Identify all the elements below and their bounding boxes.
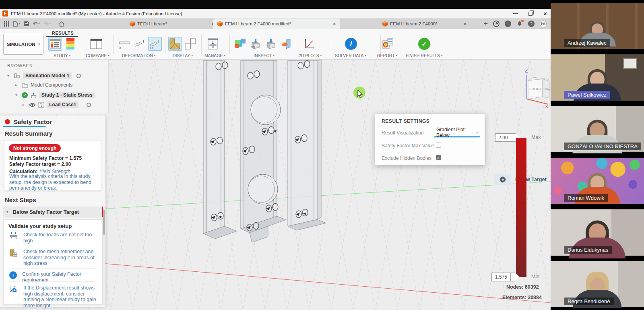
participant-tile[interactable]: GONZALO VALIÑO RIESTRA [551, 103, 644, 155]
display-grid-icon[interactable] [184, 37, 197, 51]
finish-results-icon[interactable]: ✓ [417, 37, 431, 51]
eye-icon[interactable] [29, 103, 36, 107]
next-step-nonlinear[interactable]: If the Displacement result shows high di… [9, 285, 97, 308]
user-avatar[interactable]: PS [540, 21, 547, 27]
inspect-probe-icon[interactable] [264, 37, 278, 51]
compare-icon[interactable] [89, 37, 103, 51]
tree-item-study1[interactable]: ▾ ✓ Study 1 - Static Stress [15, 92, 95, 98]
study-legend-icon[interactable] [64, 37, 77, 51]
dialog-title: RESULT SETTINGS [382, 118, 429, 124]
visibility-radio-icon[interactable] [76, 74, 81, 78]
top-letterbox [0, 0, 551, 9]
save-icon[interactable] [24, 21, 29, 26]
inspect-point-xyz-icon[interactable]: xyz [249, 37, 262, 51]
tab-tedi-h-beam[interactable]: TEDI H beam* ✕ [126, 19, 219, 29]
max-value-label: Safety Factor Max Value [382, 143, 434, 149]
group-report[interactable]: REPORT▾ [377, 53, 397, 58]
next-step-mesh[interactable]: Check the mesh refinement and consider i… [9, 249, 97, 267]
app-grid-icon[interactable] [4, 21, 9, 27]
recent-clock-icon[interactable] [505, 21, 511, 27]
study-results-icon[interactable] [48, 37, 62, 51]
window-title: FEM H beam 2 F4000 modified* (My center)… [11, 11, 182, 16]
below-target-section-header[interactable]: ▾ Below Safety Factor Target [3, 207, 105, 217]
legend-min-value[interactable]: 1.575 [491, 273, 511, 281]
job-status-icon[interactable] [493, 21, 500, 27]
home-icon[interactable] [59, 21, 64, 27]
notifications-bell-icon[interactable] [516, 21, 523, 27]
minimize-icon[interactable] [513, 13, 518, 14]
visibility-radio-icon[interactable] [87, 103, 91, 107]
participant-tile[interactable]: Darius Eidukynas [551, 207, 644, 258]
group-display[interactable]: DISPLAY▾ [173, 53, 193, 58]
validate-heading: Validate your study setup [8, 223, 72, 229]
deformation-undeformed-icon[interactable]: 0 [118, 37, 131, 51]
inspect-slice-plane-icon[interactable] [279, 37, 293, 51]
next-step-loads[interactable]: Check the loads are not set too high [9, 232, 97, 244]
participant-name: Darius Eidukynas [564, 246, 612, 254]
group-compare[interactable]: COMPARE▾ [86, 53, 109, 58]
chevron-right-icon[interactable]: ▸ [23, 103, 27, 107]
participant-tile[interactable]: Andrzej Kawalec [551, 0, 644, 52]
legend-settings-button[interactable] [494, 174, 511, 185]
svg-text:X: X [545, 104, 548, 108]
group-inspect[interactable]: INSPECT▾ [254, 53, 275, 58]
close-tab-icon[interactable]: ✕ [333, 22, 336, 26]
group-deformation[interactable]: DEFORMATION▾ [122, 53, 155, 58]
ribbon-tab-results[interactable]: RESULTS [52, 31, 74, 35]
workspace-selector[interactable]: SIMULATION ▾ [3, 34, 43, 55]
tree-item-load-case[interactable]: ▸ Load Case1 [23, 101, 91, 108]
view-cube[interactable]: Z X FRONT RIGHT [508, 63, 551, 108]
caret-down-icon: ▾ [38, 22, 40, 25]
tab-fem-h-beam[interactable]: FEM H beam 2 F4000* ✕ [378, 19, 471, 29]
inspect-result-details-icon[interactable] [233, 37, 247, 51]
new-tab-icon[interactable]: + [484, 20, 488, 28]
fusion-document-icon [382, 21, 388, 27]
svg-text:FRONT: FRONT [529, 87, 542, 91]
chevron-down-icon[interactable]: ▾ [15, 93, 19, 97]
chevron-right-icon[interactable]: ▸ [15, 83, 19, 87]
panel-scrollbar[interactable] [103, 207, 105, 305]
new-file-icon[interactable]: ▾ [13, 21, 20, 27]
close-icon[interactable]: ✕ [543, 11, 547, 17]
2d-plots-icon[interactable] [303, 37, 316, 51]
report-icon[interactable] [381, 37, 394, 51]
tree-item-model-components[interactable]: ▸ Model Components [15, 82, 72, 88]
manage-icon[interactable] [206, 37, 220, 51]
participant-tile[interactable]: Paweł Sułkowicz [551, 52, 644, 103]
solver-data-icon[interactable]: i [344, 37, 358, 51]
svg-text:Z: Z [525, 68, 528, 74]
tree-item-simulation-model[interactable]: ▾ Simulation Model 1 [7, 72, 81, 79]
cursor-highlight [353, 87, 365, 99]
group-study[interactable]: STUDY▾ [54, 53, 70, 58]
deformation-actual-icon[interactable]: I [133, 37, 147, 51]
h-beam-model[interactable] [173, 60, 358, 253]
static-stress-icon [30, 92, 37, 98]
fusion-app-icon: F [2, 10, 8, 17]
deformation-scaled-icon[interactable]: I 1X [148, 37, 162, 51]
caret-down-icon: ▾ [476, 131, 478, 134]
group-2d-plots[interactable]: 2D PLOTS▾ [299, 53, 322, 58]
participant-tile[interactable]: Roman Wdowik [551, 155, 644, 207]
scrollbar-thumb[interactable] [103, 210, 105, 235]
mesh-refinement-icon [9, 249, 18, 258]
min-safety-factor: Minimum Safety Factor = 1.575 [9, 155, 82, 161]
visualization-dropdown[interactable]: Gradient Plot: Below ▾ [434, 128, 480, 137]
undo-icon[interactable]: ↶ ▾ [33, 21, 40, 27]
tab-bar: ▾ ↶ ▾ ↷ ▾ TEDI H beam* ✕ FEM H beam [0, 19, 551, 29]
restore-icon[interactable] [528, 12, 533, 16]
svg-text:I: I [158, 39, 159, 43]
group-finish-results[interactable]: FINISH RESULTS▾ [406, 53, 443, 58]
panel-title: Safety Factor [14, 118, 52, 125]
display-mesh-icon[interactable] [168, 37, 182, 51]
max-value-checkbox[interactable] [436, 143, 441, 148]
chevron-down-icon[interactable]: ▾ [7, 74, 11, 78]
legend-max-value[interactable]: 2.00 [495, 133, 511, 142]
participant-tile[interactable]: Regita Bendikienė [551, 258, 644, 310]
tab-fem-h-beam-modified[interactable]: FEM H beam 2 F4000 modified* ✕ [213, 19, 340, 29]
close-tab-icon[interactable]: ✕ [464, 22, 467, 26]
help-icon[interactable]: ? [528, 21, 535, 27]
participant-name: Andrzej Kawalec [564, 39, 610, 47]
group-manage[interactable]: MANAGE▾ [204, 53, 225, 58]
exclude-checkbox[interactable]: ✓ [436, 155, 441, 160]
group-solver-data[interactable]: SOLVER DATA▾ [335, 53, 366, 58]
